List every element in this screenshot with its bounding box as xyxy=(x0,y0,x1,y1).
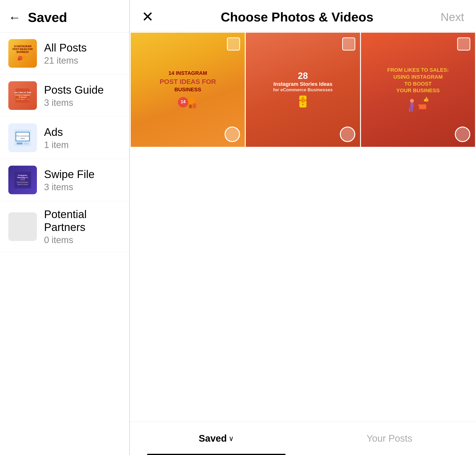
next-button[interactable]: Next xyxy=(441,10,464,24)
svg-rect-25 xyxy=(189,105,192,108)
photo-1-text-line2: POST IDEAS FOR xyxy=(159,78,216,86)
photo-3-text: From Likes to Sales: Using Instagram to … xyxy=(387,67,449,94)
svg-rect-26 xyxy=(193,103,196,108)
left-header: ← Saved xyxy=(0,0,129,32)
select-circle-2[interactable] xyxy=(340,127,355,142)
collection-item-potential-partners[interactable]: Potential Partners 0 items xyxy=(0,201,129,252)
right-header: ✕ Choose Photos & Videos Next xyxy=(130,0,476,32)
select-square-1[interactable] xyxy=(227,37,240,50)
photo-cell-2[interactable]: 28 Instagram Stories Ideas for eCommerce… xyxy=(246,33,360,147)
svg-text:The commerce: The commerce xyxy=(16,135,29,137)
tab-your-posts-label: Your Posts xyxy=(367,433,413,444)
svg-point-8 xyxy=(24,98,28,102)
collection-info-posts-guide: Posts Guide 3 items xyxy=(44,83,104,108)
svg-point-38 xyxy=(420,109,422,112)
right-panel-title: Choose Photos & Videos xyxy=(154,9,441,24)
tab-saved-label: Saved xyxy=(199,433,227,444)
svg-rect-37 xyxy=(419,104,426,109)
collection-thumb-potential-partners xyxy=(8,212,37,241)
collection-count: 3 items xyxy=(44,98,104,108)
collection-thumb-ads: The commerce digital xyxy=(8,123,37,152)
svg-text:digital: digital xyxy=(20,138,25,139)
svg-text:14: 14 xyxy=(181,99,185,104)
back-button[interactable]: ← xyxy=(8,11,21,24)
svg-point-28 xyxy=(301,98,305,103)
collection-name: All Posts xyxy=(44,41,87,54)
svg-text:👍: 👍 xyxy=(423,96,429,102)
close-button[interactable]: ✕ xyxy=(142,10,154,24)
photo-2-title: Instagram Stories Ideas xyxy=(273,81,333,87)
collection-thumb-swipe-file: Instagram Hashtags in 2022 What Marketer… xyxy=(8,166,37,194)
collection-name: Posts Guide xyxy=(44,83,104,96)
left-panel: ← Saved 14 INSTAGRAM POST IDEAS FOR BUSI… xyxy=(0,0,130,455)
svg-rect-34 xyxy=(410,103,414,107)
right-panel: ✕ Choose Photos & Videos Next 14 INSTAGR… xyxy=(130,0,476,455)
select-circle-3[interactable] xyxy=(455,127,470,142)
select-square-2[interactable] xyxy=(342,37,355,50)
collection-thumb-all-posts: 14 INSTAGRAM POST IDEAS FOR BUSINESS xyxy=(8,39,37,68)
photo-1-text-line3: BUSINESS xyxy=(174,87,201,93)
collection-count: 0 items xyxy=(44,235,121,245)
svg-text:Instagram: Instagram xyxy=(18,174,27,176)
collection-info-ads: Ads 1 item xyxy=(44,126,69,150)
svg-rect-36 xyxy=(411,107,413,112)
collection-name: Ads xyxy=(44,126,69,138)
svg-point-39 xyxy=(423,109,426,112)
photo-cell-1[interactable]: 14 INSTAGRAM POST IDEAS FOR BUSINESS 14 xyxy=(131,33,245,147)
photo-cell-3[interactable]: From Likes to Sales: Using Instagram to … xyxy=(361,33,475,147)
svg-text:From Likes to Sales:: From Likes to Sales: xyxy=(14,91,31,94)
collection-item-all-posts[interactable]: 14 INSTAGRAM POST IDEAS FOR BUSINESS All… xyxy=(0,32,129,75)
collection-count: 1 item xyxy=(44,140,69,150)
photo-2-sub: for eCommerce Businesses xyxy=(273,87,333,92)
chevron-down-icon: ∨ xyxy=(229,434,234,443)
svg-text:2022: 2022 xyxy=(20,178,25,181)
photo-grid: 14 INSTAGRAM POST IDEAS FOR BUSINESS 14 xyxy=(130,32,476,422)
svg-rect-35 xyxy=(409,107,411,112)
tab-saved[interactable]: Saved ∨ xyxy=(130,422,303,455)
svg-point-1 xyxy=(22,55,26,59)
left-panel-title: Saved xyxy=(28,9,67,25)
collection-thumb-posts-guide: From Likes to Sales: Using Instagram to … xyxy=(8,81,37,110)
collection-item-swipe-file[interactable]: Instagram Hashtags in 2022 What Marketer… xyxy=(0,159,129,201)
collection-count: 21 items xyxy=(44,56,87,66)
photo-2-num: 28 xyxy=(298,71,308,81)
collection-list: 14 INSTAGRAM POST IDEAS FOR BUSINESS All… xyxy=(0,32,129,455)
svg-text:Using Instagram: Using Instagram xyxy=(15,94,30,96)
collection-item-ads[interactable]: The commerce digital Ads 1 item xyxy=(0,117,129,159)
select-square-3[interactable] xyxy=(457,37,470,50)
photo-1-text-line1: 14 INSTAGRAM xyxy=(169,70,207,76)
collection-info-all-posts: All Posts 21 items xyxy=(44,41,87,66)
svg-text:to Boost: to Boost xyxy=(19,96,27,98)
collection-item-posts-guide[interactable]: From Likes to Sales: Using Instagram to … xyxy=(0,75,129,117)
collection-name: Potential Partners xyxy=(44,208,121,234)
collection-count: 3 items xyxy=(44,182,95,192)
svg-rect-2 xyxy=(18,59,20,60)
collection-info-potential-partners: Potential Partners 0 items xyxy=(44,208,121,245)
svg-text:What Marketers: What Marketers xyxy=(17,181,29,183)
svg-rect-15 xyxy=(24,143,29,145)
svg-rect-14 xyxy=(17,143,23,145)
collection-info-swipe-file: Swipe File 3 items xyxy=(44,168,95,192)
svg-text:Need to Know: Need to Know xyxy=(17,184,28,185)
bottom-tabs: Saved ∨ Your Posts xyxy=(130,422,476,455)
collection-name: Swipe File xyxy=(44,168,95,181)
tab-your-posts[interactable]: Your Posts xyxy=(303,422,476,455)
svg-point-33 xyxy=(410,99,414,103)
